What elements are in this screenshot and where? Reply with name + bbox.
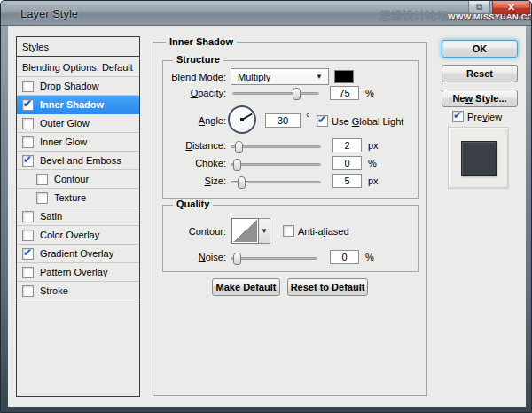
shadow-color-swatch[interactable] [334, 70, 354, 83]
style-enable-checkbox[interactable] [22, 211, 34, 222]
distance-slider[interactable] [231, 145, 321, 148]
watermark-site-url: WWW.MISSYUAN.COM [448, 12, 532, 21]
opacity-slider[interactable] [232, 92, 319, 95]
sidebar-item-color-overlay[interactable]: Color Overlay [17, 226, 139, 245]
sidebar-item-drop-shadow[interactable]: Drop Shadow [17, 77, 139, 96]
preview-checkbox[interactable] [452, 111, 464, 122]
inner-shadow-panel: Inner Shadow Structure Blend Mode: Multi… [153, 42, 427, 396]
opacity-slider-thumb[interactable] [293, 88, 301, 100]
size-input[interactable] [332, 174, 362, 188]
style-enable-checkbox[interactable] [22, 118, 34, 129]
chevron-down-icon: ▼ [261, 227, 268, 235]
watermark-site-name: 思缘设计论坛 [379, 8, 449, 24]
new-style-button[interactable]: New Style... [442, 90, 518, 107]
ok-label: OK [442, 41, 517, 57]
opacity-input[interactable] [330, 86, 359, 100]
sidebar-item-contour[interactable]: Contour [17, 170, 139, 189]
ok-button[interactable]: OK [442, 40, 518, 58]
style-preview-square [461, 141, 497, 176]
style-enable-checkbox[interactable] [22, 155, 34, 167]
size-slider[interactable] [231, 181, 321, 183]
layer-style-dialog: Layer Style 思缘设计论坛 ⧉ ✕ WWW.MISSYUAN.COM … [0, 0, 532, 413]
choke-slider[interactable] [231, 163, 321, 166]
style-enable-checkbox[interactable] [22, 99, 34, 111]
blend-mode-dropdown[interactable]: Multiply ▼ [231, 68, 329, 85]
sidebar-item-label: Blending Options: Default [22, 62, 133, 73]
style-enable-checkbox[interactable] [36, 174, 48, 185]
window-title: Layer Style [20, 7, 78, 20]
style-enable-checkbox[interactable] [22, 285, 34, 297]
choke-unit: % [368, 158, 377, 168]
noise-label: Noise: [153, 252, 226, 262]
sidebar-item-gradient-overlay[interactable]: Gradient Overlay [17, 245, 139, 263]
make-default-button[interactable]: Make Default [212, 278, 280, 296]
styles-list: Styles Blending Options: DefaultDrop Sha… [16, 36, 140, 397]
dialog-client-area: Styles Blending Options: DefaultDrop Sha… [8, 26, 526, 407]
chevron-down-icon: ▼ [316, 73, 323, 81]
size-slider-thumb[interactable] [238, 176, 246, 189]
styles-list-items: Blending Options: DefaultDrop ShadowInne… [17, 58, 139, 300]
choke-input[interactable] [332, 156, 362, 170]
distance-label: Distance: [153, 140, 226, 151]
contour-dropdown-arrow[interactable]: ▼ [259, 218, 270, 244]
size-label: Size: [153, 175, 226, 186]
style-enable-checkbox[interactable] [22, 81, 34, 92]
blend-mode-value: Multiply [238, 72, 270, 82]
anti-aliased-label: Anti-aliased [298, 226, 349, 237]
angle-input[interactable] [265, 113, 301, 128]
sidebar-item-texture[interactable]: Texture [17, 189, 139, 207]
use-global-light-checkbox[interactable] [317, 115, 328, 127]
sidebar-item-bevel-and-emboss[interactable]: Bevel and Emboss [17, 152, 139, 170]
style-enable-checkbox[interactable] [36, 192, 48, 204]
sidebar-item-inner-shadow[interactable]: Inner Shadow [17, 96, 139, 114]
blend-mode-label: Blend Mode: [153, 72, 226, 82]
restore-icon: ⧉ [476, 2, 482, 12]
sidebar-item-label: Drop Shadow [40, 81, 99, 91]
styles-list-header: Styles [17, 37, 139, 57]
sidebar-item-blending-options-default[interactable]: Blending Options: Default [17, 58, 139, 77]
noise-input[interactable] [330, 250, 359, 264]
sidebar-item-pattern-overlay[interactable]: Pattern Overlay [17, 263, 139, 282]
sidebar-item-label: Inner Shadow [40, 99, 104, 110]
sidebar-item-inner-glow[interactable]: Inner Glow [17, 133, 139, 152]
sidebar-item-label: Pattern Overlay [40, 267, 107, 277]
sidebar-item-label: Contour [54, 174, 89, 184]
titlebar[interactable]: Layer Style 思缘设计论坛 ⧉ ✕ WWW.MISSYUAN.COM [1, 1, 531, 26]
panel-title: Inner Shadow [166, 36, 237, 47]
reset-to-default-button[interactable]: Reset to Default [287, 278, 368, 296]
style-enable-checkbox[interactable] [22, 248, 34, 260]
sidebar-item-satin[interactable]: Satin [17, 207, 139, 226]
contour-thumbnail[interactable] [231, 218, 259, 244]
anti-aliased-checkbox[interactable] [283, 225, 294, 237]
choke-slider-thumb[interactable] [233, 159, 241, 171]
choke-label: Choke: [153, 158, 226, 168]
use-global-light-label: Use Global Light [332, 116, 403, 127]
contour-label: Contour: [153, 226, 226, 237]
angle-label: Angle: [153, 115, 226, 126]
angle-dial[interactable] [228, 105, 256, 134]
opacity-label: Opacity: [153, 88, 226, 98]
angle-unit: ° [306, 112, 309, 122]
style-enable-checkbox[interactable] [22, 230, 34, 241]
make-default-label: Make Default [213, 279, 279, 295]
distance-input[interactable] [332, 138, 362, 152]
reset-to-default-label: Reset to Default [288, 279, 367, 295]
sidebar-item-label: Outer Glow [40, 118, 90, 129]
sidebar-item-label: Color Overlay [40, 230, 99, 240]
sidebar-item-stroke[interactable]: Stroke [17, 282, 139, 300]
noise-slider-thumb[interactable] [233, 253, 241, 265]
style-preview-thumbnail [448, 127, 509, 189]
style-enable-checkbox[interactable] [22, 267, 34, 278]
style-enable-checkbox[interactable] [22, 136, 34, 148]
quality-group-title: Quality [173, 199, 213, 209]
size-unit: px [368, 175, 379, 186]
sidebar-item-label: Bevel and Emboss [40, 155, 121, 166]
distance-slider-thumb[interactable] [235, 141, 243, 153]
close-icon: ✕ [507, 2, 515, 12]
sidebar-item-label: Stroke [40, 285, 68, 296]
reset-button[interactable]: Reset [442, 65, 518, 82]
noise-slider[interactable] [231, 257, 317, 260]
sidebar-item-outer-glow[interactable]: Outer Glow [17, 114, 139, 133]
reset-label: Reset [442, 66, 517, 82]
distance-unit: px [368, 140, 379, 151]
